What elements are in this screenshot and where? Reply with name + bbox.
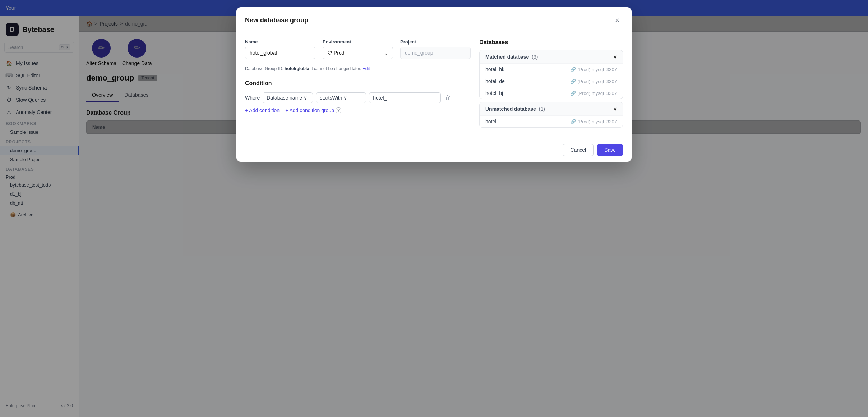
help-icon[interactable]: ? (336, 107, 341, 113)
add-condition-button[interactable]: + Add condition (245, 107, 280, 113)
db-icon: 🔗 (570, 79, 576, 84)
condition-operator-value: startsWith (320, 95, 342, 101)
unmatched-group-label: Unmatched database (1) (485, 106, 545, 112)
db-name: hotel_hk (485, 67, 504, 72)
modal-overlay: New database group × Name Environment (0, 0, 868, 417)
db-name: hotel (485, 119, 496, 124)
db-icon: 🔗 (570, 91, 576, 96)
add-condition-row: + Add condition + Add condition group ? (245, 107, 471, 113)
where-label: Where (245, 95, 260, 101)
modal-close-button[interactable]: × (611, 14, 623, 26)
project-readonly: demo_group (400, 47, 471, 59)
table-row: hotel_bj 🔗 (Prod) mysql_3307 (480, 87, 623, 99)
db-name: hotel_de (485, 78, 505, 84)
condition-title: Condition (245, 80, 471, 87)
add-condition-group-button[interactable]: + Add condition group ? (285, 107, 341, 113)
name-field: Name (245, 39, 315, 59)
chevron-down-icon: ∨ (613, 106, 617, 112)
condition-row: Where Database name ∨ startsWith ∨ 🗑 (245, 92, 471, 103)
environment-label: Environment (323, 39, 393, 45)
condition-field-value: Database name (267, 95, 302, 101)
condition-delete-button[interactable]: 🗑 (444, 93, 452, 102)
condition-value-input[interactable] (369, 92, 441, 103)
modal-body: Name Environment 🛡 Prod ⌄ (236, 32, 632, 138)
matched-group-label: Matched database (3) (485, 54, 538, 60)
modal-title: New database group (245, 17, 308, 24)
db-name: hotel_bj (485, 90, 503, 96)
matched-count: (3) (532, 54, 538, 60)
matched-database-group: Matched database (3) ∨ hotel_hk 🔗 (Prod)… (479, 50, 623, 99)
modal-right: Databases Matched database (3) ∨ hotel_h… (479, 39, 623, 130)
environment-value: 🛡 Prod (327, 50, 344, 56)
cancel-button[interactable]: Cancel (563, 144, 594, 156)
table-row: hotel_de 🔗 (Prod) mysql_3307 (480, 75, 623, 87)
name-label: Name (245, 39, 315, 45)
id-info: Database Group ID: hotelrglobla It canno… (245, 66, 471, 71)
chevron-down-icon: ∨ (613, 54, 617, 60)
project-label: Project (400, 39, 471, 45)
db-instance: 🔗 (Prod) mysql_3307 (570, 91, 617, 96)
save-button[interactable]: Save (597, 144, 623, 156)
condition-field-select[interactable]: Database name ∨ (263, 92, 313, 103)
unmatched-count: (1) (539, 106, 545, 112)
form-grid: Name Environment 🛡 Prod ⌄ (245, 39, 471, 59)
environment-select[interactable]: 🛡 Prod ⌄ (323, 47, 393, 59)
chevron-down-icon: ∨ (343, 95, 347, 101)
db-instance: 🔗 (Prod) mysql_3307 (570, 119, 617, 124)
table-row: hotel_hk 🔗 (Prod) mysql_3307 (480, 63, 623, 75)
new-database-group-modal: New database group × Name Environment (236, 7, 632, 162)
db-instance: 🔗 (Prod) mysql_3307 (570, 67, 617, 72)
chevron-down-icon: ⌄ (384, 50, 388, 56)
db-icon: 🔗 (570, 119, 576, 124)
id-value: hotelrglobla (285, 66, 309, 71)
chevron-down-icon: ∨ (304, 95, 307, 101)
environment-icon: 🛡 (327, 50, 332, 56)
db-instance: 🔗 (Prod) mysql_3307 (570, 79, 617, 84)
condition-operator-select[interactable]: startsWith ∨ (316, 92, 366, 103)
id-edit-link[interactable]: Edit (363, 66, 370, 71)
condition-section: Condition Where Database name ∨ startsWi… (245, 73, 471, 113)
modal-left: Name Environment 🛡 Prod ⌄ (245, 39, 471, 130)
modal-header: New database group × (236, 7, 632, 32)
environment-field: Environment 🛡 Prod ⌄ (323, 39, 393, 59)
unmatched-group-header[interactable]: Unmatched database (1) ∨ (480, 102, 623, 115)
matched-group-header[interactable]: Matched database (3) ∨ (480, 50, 623, 63)
databases-title: Databases (479, 39, 623, 46)
table-row: hotel 🔗 (Prod) mysql_3307 (480, 115, 623, 127)
modal-footer: Cancel Save (236, 138, 632, 162)
project-field: Project demo_group (400, 39, 471, 59)
db-icon: 🔗 (570, 67, 576, 72)
name-input[interactable] (245, 47, 315, 59)
unmatched-database-group: Unmatched database (1) ∨ hotel 🔗 (Prod) … (479, 102, 623, 128)
